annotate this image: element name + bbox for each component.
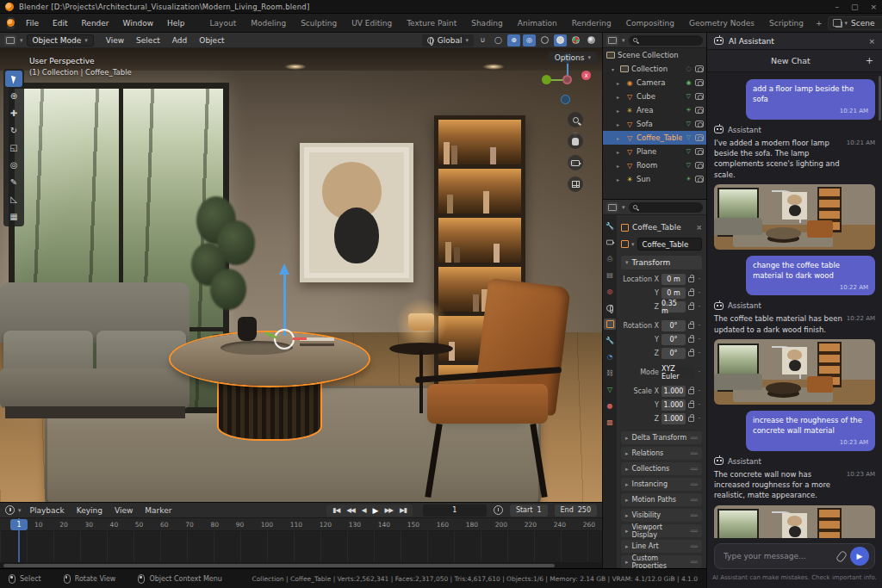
collection-row[interactable]: ▾ Collection ◌ — [603, 62, 706, 76]
tab-world[interactable] — [604, 302, 616, 313]
section-header[interactable]: ▸ Delta Transform ══ — [621, 431, 702, 444]
scene-selector[interactable]: ▾ Scene — [828, 16, 882, 30]
animate-icon[interactable]: · — [697, 368, 702, 376]
rotation-x-field[interactable]: 0° — [662, 320, 686, 331]
camera-visibility-icon[interactable] — [695, 107, 704, 114]
tab-constraints[interactable]: ⛓ — [604, 368, 616, 379]
ortho-toggle-button[interactable] — [568, 176, 583, 192]
shading-rendered-button[interactable] — [585, 34, 598, 46]
scale-y-field[interactable]: 1.000 — [662, 399, 686, 411]
object-name-field[interactable]: Coffee_Table — [637, 238, 702, 251]
app-menu-button[interactable] — [7, 17, 15, 29]
scrollbar-handle[interactable] — [3, 564, 555, 567]
section-header[interactable]: ▸ Motion Paths ══ — [621, 493, 702, 506]
mode-dropdown[interactable]: Object Mode ▾ — [27, 34, 94, 46]
camera-visibility-icon[interactable] — [695, 79, 704, 86]
tab-modifiers[interactable]: 🔧 — [604, 335, 616, 346]
camera-visibility-icon[interactable] — [695, 93, 704, 100]
render-thumbnail[interactable] — [714, 505, 875, 538]
section-header[interactable]: ▸ Relations ══ — [621, 447, 702, 460]
gizmo-z-arrow[interactable] — [279, 263, 289, 275]
disclosure-triangle-icon[interactable]: ▸ — [617, 176, 623, 183]
viewport-menu-item[interactable]: Object — [194, 35, 229, 46]
menu-item[interactable]: Help — [161, 17, 191, 29]
scene-collection-row[interactable]: Scene Collection — [603, 48, 706, 62]
outliner-item[interactable]: ▸ ☀ Sun ☀ — [603, 172, 706, 186]
outliner-item[interactable]: ▸ ▽ Cube ▽ — [603, 90, 706, 103]
viewport-menu-item[interactable]: View — [101, 35, 129, 46]
section-header[interactable]: ▸ Instancing ══ — [621, 478, 702, 491]
lock-icon[interactable] — [688, 417, 694, 422]
drag-handle-icon[interactable]: ══ — [691, 543, 698, 550]
lock-icon[interactable] — [688, 277, 694, 282]
exclude-icon[interactable]: ◌ — [685, 65, 693, 72]
disclosure-triangle-icon[interactable]: ▸ — [617, 149, 623, 155]
workspace-tab[interactable]: Modeling — [244, 17, 293, 29]
move-gizmo[interactable] — [258, 265, 310, 360]
gizmo-center[interactable] — [562, 75, 572, 84]
animate-icon[interactable]: · — [697, 415, 702, 423]
frame-start-field[interactable]: Start 1 — [510, 504, 548, 517]
disclosure-triangle-icon[interactable]: ▸ — [617, 163, 623, 169]
shading-wireframe-button[interactable] — [538, 34, 551, 46]
drag-handle-icon[interactable]: ══ — [691, 466, 698, 473]
camera-view-button[interactable] — [568, 155, 583, 170]
disclosure-triangle-icon[interactable]: ▸ — [617, 135, 623, 141]
current-frame-field[interactable]: 1 — [423, 504, 487, 517]
location-y-field[interactable]: 0 m — [662, 288, 686, 299]
camera-visibility-icon[interactable] — [695, 134, 704, 141]
show-gizmo-toggle[interactable]: ⊕ — [507, 34, 520, 46]
timeline-ruler[interactable]: 1 10203040506070809010011012013014015016… — [0, 518, 602, 531]
plus-icon[interactable]: + — [866, 55, 873, 66]
section-header[interactable]: ▸ Line Art ══ — [621, 540, 702, 553]
animate-icon[interactable]: · — [697, 401, 702, 409]
chat-input[interactable]: Type your message... — [724, 552, 833, 560]
scale-z-field[interactable]: 1.000 — [662, 413, 686, 424]
y-axis-handle[interactable] — [542, 75, 551, 84]
animate-icon[interactable]: · — [697, 350, 702, 357]
shading-material-button[interactable] — [569, 34, 582, 46]
editor-type-icon[interactable] — [606, 202, 618, 213]
new-chat-bar[interactable]: New Chat + — [707, 50, 882, 72]
disclosure-triangle-icon[interactable]: ▸ — [617, 80, 623, 86]
close-button[interactable]: × — [870, 3, 877, 11]
section-header[interactable]: ▸ Viewport Display ══ — [621, 524, 702, 537]
pan-button[interactable] — [568, 133, 583, 149]
outliner-item[interactable]: ▸ ◉ Camera ◉ — [603, 76, 706, 90]
menu-item[interactable]: Window — [117, 17, 160, 29]
location-x-field[interactable]: 0 m — [662, 274, 686, 285]
animate-icon[interactable]: · — [697, 387, 702, 395]
lock-icon[interactable] — [688, 403, 694, 408]
cursor-tool[interactable]: ⊕ — [5, 88, 22, 104]
lock-icon[interactable] — [688, 351, 694, 356]
gizmo-y-axis[interactable] — [265, 331, 277, 338]
outliner-item[interactable]: ▸ ▽ Coffee_Table ▽ — [603, 131, 706, 145]
send-button[interactable]: ▶ — [850, 547, 869, 566]
tab-render[interactable] — [604, 237, 616, 248]
tab-texture[interactable]: ▩ — [604, 417, 616, 428]
pin-icon[interactable]: ✛ — [694, 222, 704, 232]
tab-view-layer[interactable]: ▤ — [604, 269, 616, 281]
timeline-menu-item[interactable]: Playback — [25, 505, 70, 516]
outliner-item[interactable]: ▸ ▽ Plane ▽ — [603, 145, 706, 158]
drag-handle-icon[interactable]: ══ — [691, 512, 698, 519]
menu-item[interactable]: File — [20, 17, 45, 29]
transform-tool[interactable]: ◎ — [5, 157, 22, 173]
drag-handle-icon[interactable]: ══ — [691, 450, 698, 457]
add-cube-tool[interactable]: ▦ — [5, 208, 22, 225]
outliner-item[interactable]: ▸ ✳ Area ✳ — [603, 103, 706, 117]
proportional-editing-icon[interactable]: ◯ — [492, 34, 505, 46]
frame-end-field[interactable]: End 250 — [555, 504, 597, 517]
drag-handle-icon[interactable]: ══ — [691, 435, 698, 442]
timeline-menu-item[interactable]: View — [109, 505, 138, 516]
camera-visibility-icon[interactable] — [695, 176, 704, 183]
location-z-field[interactable]: 0.35 m — [662, 301, 686, 313]
workspace-tab[interactable]: Rendering — [565, 17, 618, 29]
zoom-button[interactable] — [568, 112, 583, 127]
lock-icon[interactable] — [688, 291, 694, 296]
workspace-tab[interactable]: Animation — [511, 17, 564, 29]
properties-search-input[interactable] — [629, 202, 703, 213]
tab-tool[interactable]: 🔧 — [604, 220, 616, 232]
timeline-menu-item[interactable]: Marker — [140, 505, 177, 516]
scale-x-field[interactable]: 1.000 — [662, 386, 686, 397]
